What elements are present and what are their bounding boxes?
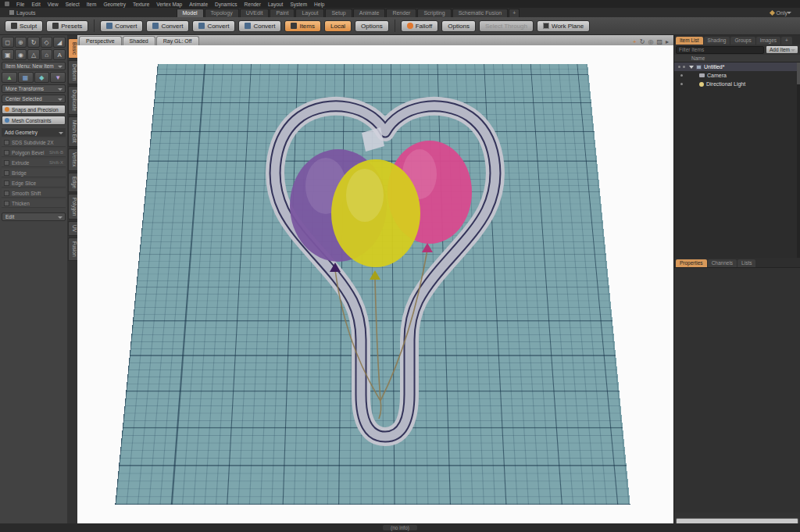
menu-geometry[interactable]: Geometry [103, 2, 126, 7]
sculpt-button[interactable]: Sculpt [5, 20, 43, 32]
tab-properties[interactable]: Properties [676, 259, 707, 267]
layouts-label[interactable]: Layouts [9, 10, 36, 16]
options-button-2[interactable]: Options [441, 20, 476, 32]
tab-paint[interactable]: Paint [270, 9, 295, 17]
sphere-primitive-button[interactable]: ◆ [34, 72, 50, 83]
add-layout-tab-button[interactable]: + [509, 9, 520, 17]
expand-icon[interactable]: ▸ [666, 38, 669, 45]
extrude-tool[interactable]: ExtrudeShift-X [2, 159, 66, 167]
falloff-tool-button[interactable]: ◉ [15, 49, 27, 60]
tab-images[interactable]: Images [756, 37, 780, 45]
pan-icon[interactable]: + [633, 38, 637, 45]
convert-button-3[interactable]: Convert [192, 20, 235, 32]
mesh-constraints-button[interactable]: Mesh Constraints [2, 116, 66, 125]
vtab-fusion[interactable]: Fusion [68, 237, 77, 261]
items-mode-button[interactable]: Items [284, 20, 321, 32]
menu-layout[interactable]: Layout [268, 2, 284, 7]
sds-subdivide-tool[interactable]: SDS Subdivide 2X [2, 138, 66, 147]
polygon-bevel-tool[interactable]: Polygon BevelShift-B [2, 148, 66, 157]
options-button-1[interactable]: Options [355, 20, 389, 32]
text-tool-button[interactable]: A [53, 49, 66, 60]
edit-dropdown[interactable]: Edit [2, 212, 66, 221]
tab-uvedit[interactable]: UVEdit [240, 9, 270, 17]
vtab-duplicate[interactable]: Duplicate [68, 86, 77, 115]
cookie-cutter-mesh[interactable] [275, 106, 495, 437]
tab-render[interactable]: Render [386, 9, 416, 17]
tab-groups[interactable]: Groups [730, 37, 755, 45]
menu-animate[interactable]: Animate [189, 2, 208, 7]
menu-render[interactable]: Render [245, 2, 261, 7]
menu-texture[interactable]: Texture [133, 2, 149, 7]
grid-options-icon[interactable]: ▨ [656, 38, 662, 45]
tab-layout[interactable]: Layout [295, 9, 324, 17]
rotate-tool-button[interactable]: ↻ [27, 37, 40, 48]
scale-tool-button[interactable]: ◇ [41, 37, 53, 48]
move-tool-button[interactable]: ⊕ [15, 37, 27, 48]
expander-icon[interactable] [689, 66, 694, 69]
menu-dynamics[interactable]: Dynamics [215, 2, 238, 7]
cone-primitive-button[interactable]: ▲ [2, 72, 17, 83]
filter-items-input[interactable] [676, 46, 764, 54]
smooth-shift-tool[interactable]: Smooth Shift [2, 189, 66, 198]
menu-vertex-map[interactable]: Vertex Map [156, 2, 182, 7]
tab-model[interactable]: Model [177, 9, 204, 17]
menu-system[interactable]: System [290, 2, 307, 7]
shading-mode-dropdown[interactable]: Shaded [123, 36, 155, 45]
tab-add-panel-button[interactable]: + [781, 37, 792, 45]
convert-button-4[interactable]: Convert [238, 20, 281, 32]
select-tool-button[interactable]: ◻ [2, 37, 14, 48]
transform-tool-button[interactable]: ◢ [53, 37, 66, 48]
tree-row-scene-root[interactable]: Untitled* [674, 62, 800, 71]
workplane-tool-button[interactable]: ⌂ [41, 49, 53, 60]
snaps-precision-button[interactable]: Snaps and Precision [2, 105, 66, 114]
work-plane-button[interactable]: Work Plane [537, 20, 590, 32]
add-item-dropdown[interactable]: Add Item [766, 45, 798, 54]
action-center-button[interactable]: △ [27, 49, 40, 60]
cube-primitive-button[interactable]: ▦ [18, 72, 34, 83]
vtab-polygon[interactable]: Polygon [68, 194, 77, 220]
menu-edit[interactable]: Edit [31, 2, 40, 7]
thicken-tool[interactable]: Thicken [2, 199, 66, 208]
bridge-tool[interactable]: Bridge [2, 169, 66, 177]
zoom-icon[interactable]: ◎ [648, 38, 653, 45]
tree-name-header[interactable]: Name [674, 55, 800, 62]
menu-view[interactable]: View [48, 2, 59, 7]
render-eye-icon[interactable] [683, 66, 685, 68]
tab-shading[interactable]: Shading [704, 37, 730, 45]
vtab-vertex[interactable]: Vertex [68, 148, 77, 170]
convert-button-2[interactable]: Convert [146, 20, 189, 32]
tab-schematic-fusion[interactable]: Schematic Fusion [452, 9, 509, 17]
more-primitives-button[interactable]: ▼ [50, 72, 66, 83]
visibility-gutter[interactable] [676, 74, 687, 77]
eye-icon[interactable] [680, 83, 683, 85]
menu-help[interactable]: Help [314, 2, 324, 7]
menu-file[interactable]: File [16, 2, 24, 7]
menu-select[interactable]: Select [66, 2, 80, 7]
tab-animate[interactable]: Animate [353, 9, 386, 17]
tab-item-list[interactable]: Item List [676, 37, 703, 45]
tree-row-directional-light[interactable]: Directional Light [674, 80, 800, 88]
raygl-toggle[interactable]: Ray GL: Off [156, 36, 199, 45]
only-dropdown[interactable]: Only [770, 10, 794, 16]
center-selected-dropdown[interactable]: Center Selected [2, 95, 66, 103]
menu-item[interactable]: Item [87, 2, 97, 7]
tree-scrollbar[interactable] [797, 62, 800, 258]
select-through-button[interactable]: Select Through [479, 20, 534, 32]
item-menu-dropdown[interactable]: Item Menu: New Item [2, 62, 66, 70]
tab-lists[interactable]: Lists [738, 259, 755, 267]
visibility-gutter[interactable] [676, 66, 687, 68]
vtab-mesh-edit[interactable]: Mesh Edit [68, 116, 77, 147]
perspective-dropdown[interactable]: Perspective [79, 36, 122, 45]
local-mode-button[interactable]: Local [324, 20, 352, 32]
tab-scripting[interactable]: Scripting [417, 9, 451, 17]
tab-topology[interactable]: Topology [205, 9, 239, 17]
vtab-uv[interactable]: UV [68, 221, 77, 236]
falloff-button[interactable]: Falloff [401, 20, 439, 32]
eye-icon[interactable] [678, 66, 680, 68]
add-geometry-header[interactable]: Add Geometry [2, 128, 66, 137]
element-move-button[interactable]: ▣ [2, 49, 14, 60]
visibility-gutter[interactable] [676, 83, 687, 85]
tab-setup[interactable]: Setup [325, 9, 352, 17]
vtab-edge[interactable]: Edge [68, 173, 77, 192]
tree-row-camera[interactable]: Camera [674, 71, 800, 80]
